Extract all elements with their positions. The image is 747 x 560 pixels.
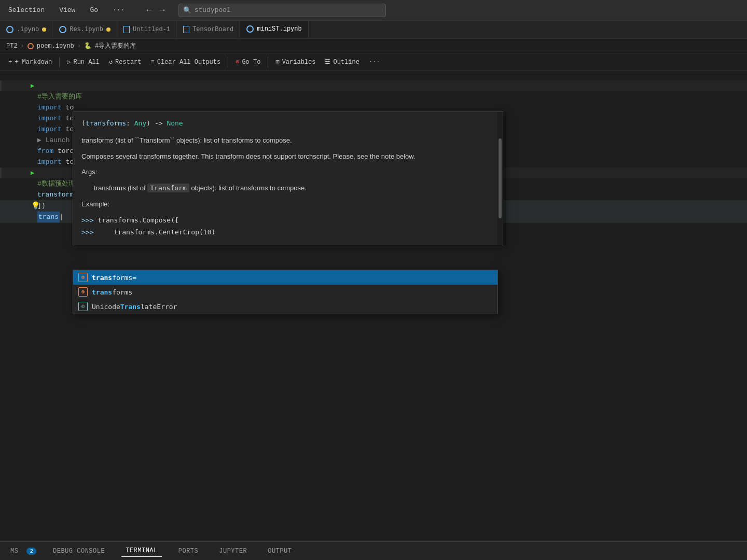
- menu-selection[interactable]: Selection: [5, 4, 48, 16]
- search-icon: 🔍: [183, 6, 191, 15]
- autocomplete-item-transforms[interactable]: ⊕ transforms: [73, 285, 497, 299]
- lightbulb-icon[interactable]: 💡: [31, 201, 40, 210]
- restart-button[interactable]: ↺ Restart: [105, 56, 146, 68]
- panel-tab-ports[interactable]: PORTS: [174, 545, 203, 557]
- clear-icon: ≡: [151, 59, 155, 66]
- breadcrumb-notebook-icon: [27, 43, 34, 49]
- doc-code-line1: >>> transforms.Compose([: [81, 215, 494, 226]
- doc-param-type: Any: [134, 119, 146, 127]
- doc-example-label: Example:: [81, 199, 494, 210]
- panel-tab-debug[interactable]: DEBUG CONSOLE: [49, 545, 109, 557]
- breadcrumb-cell[interactable]: #导入需要的库: [95, 41, 136, 50]
- tab-icon-notebook2: [59, 26, 66, 33]
- tab-ipynb[interactable]: .ipynb: [0, 21, 53, 38]
- tab-icon-page1: [123, 26, 130, 33]
- cell2-run-button[interactable]: ▶: [31, 169, 34, 177]
- doc-signature: (transforms: Any) -> None: [81, 118, 494, 129]
- tab-untitled[interactable]: Untitled-1: [117, 21, 177, 38]
- tab-icon-notebook1: [6, 26, 13, 33]
- bottom-panel: MS 2 DEBUG CONSOLE TERMINAL PORTS JUPYTE…: [0, 541, 747, 560]
- restart-label: Restart: [115, 59, 141, 66]
- search-bar[interactable]: 🔍 studypool: [178, 4, 386, 17]
- tab-minist[interactable]: miniST.ipynb: [240, 21, 308, 38]
- markdown-button[interactable]: + + Markdown: [4, 57, 56, 68]
- run-all-button[interactable]: ▷ Run All: [63, 56, 104, 68]
- ac-rest-2: forms: [112, 288, 132, 296]
- panel-tab-terminal[interactable]: TERMINAL: [121, 545, 162, 557]
- doc-param-name: transforms: [86, 119, 126, 127]
- breadcrumb-poem[interactable]: poem.ipynb: [37, 43, 74, 50]
- breadcrumb-python-icon: 🐍: [84, 42, 92, 50]
- ac-rest-1: forms=: [112, 274, 136, 282]
- goto-label: Go To: [242, 59, 260, 66]
- tab-icon-page2: [183, 26, 189, 33]
- menu-more[interactable]: ···: [109, 4, 128, 16]
- doc-return-type: None: [167, 119, 183, 127]
- clear-outputs-button[interactable]: ≡ Clear All Outputs: [147, 57, 225, 68]
- toolbar-separator3: [268, 57, 268, 67]
- panel-badge-ms: 2: [26, 548, 36, 555]
- ac-prefix-3: Unicode: [92, 303, 120, 311]
- panel-ms-tab[interactable]: MS 2: [6, 545, 36, 557]
- search-text: studypool: [195, 6, 231, 14]
- tab-res[interactable]: Res.ipynb: [53, 21, 117, 38]
- doc-body: transforms (list of ``Transform`` object…: [81, 135, 494, 238]
- nav-arrows: ← →: [143, 5, 168, 16]
- autocomplete-item-unicode-translate[interactable]: ⊙ UnicodeTranslateError: [73, 299, 497, 314]
- breadcrumb-pt2[interactable]: PT2: [6, 43, 18, 50]
- clear-label: Clear All Outputs: [157, 59, 220, 66]
- goto-x-icon: ⊗: [236, 58, 239, 66]
- code-line-comment1: #导入需要的库: [0, 91, 747, 102]
- markdown-label: + Markdown: [15, 59, 52, 66]
- tab-icon-notebook3: [246, 25, 254, 33]
- tab-label-untitled: Untitled-1: [133, 26, 170, 33]
- title-bar: Selection View Go ··· ← → 🔍 studypool: [0, 0, 747, 21]
- doc-scrollbar-thumb: [499, 138, 502, 218]
- restart-icon: ↺: [109, 58, 113, 66]
- panel-tab-output[interactable]: OUTPUT: [264, 545, 296, 557]
- ac-icon-method2: ⊕: [78, 287, 88, 297]
- ac-match-2: trans: [92, 288, 112, 296]
- tab-dot-unsaved2: [106, 27, 110, 32]
- nav-back-button[interactable]: ←: [143, 5, 155, 16]
- nav-forward-button[interactable]: →: [157, 5, 168, 16]
- variables-button[interactable]: ⊞ Variables: [271, 56, 320, 68]
- menu-view[interactable]: View: [56, 4, 78, 16]
- run-all-icon: ▷: [67, 58, 71, 66]
- doc-colon: :: [126, 119, 134, 127]
- tab-dot-unsaved1: [42, 27, 46, 32]
- markdown-icon: +: [8, 59, 12, 66]
- tab-label-ipynb: .ipynb: [17, 26, 39, 33]
- ac-match-3: Trans: [120, 303, 141, 311]
- tab-tensorboard[interactable]: TensorBoard: [177, 21, 240, 38]
- toolbar-separator1: [59, 57, 60, 67]
- variables-icon: ⊞: [275, 58, 279, 66]
- doc-args-label: Args:: [81, 168, 97, 176]
- run-all-label: Run All: [73, 59, 99, 66]
- ac-label-3: UnicodeTranslateError: [92, 303, 177, 311]
- doc-code-line2: >>> transforms.CenterCrop(10): [81, 227, 494, 238]
- ac-icon-class1: ⊙: [78, 302, 88, 311]
- more-icon: ···: [369, 59, 380, 66]
- outline-button[interactable]: ☰ Outline: [321, 56, 363, 68]
- ac-match-1: trans: [92, 274, 112, 282]
- doc-popup: (transforms: Any) -> None transforms (li…: [73, 111, 503, 245]
- doc-args-code: Transform: [147, 184, 189, 192]
- panel-tab-jupyter[interactable]: JUPYTER: [215, 545, 251, 557]
- breadcrumb: PT2 › poem.ipynb › 🐍 #导入需要的库: [0, 39, 747, 53]
- doc-desc1: transforms (list of ``Transform`` object…: [81, 135, 494, 146]
- menu-go[interactable]: Go: [87, 4, 101, 16]
- doc-scrollbar[interactable]: [497, 112, 503, 245]
- goto-button[interactable]: ⊗ Go To: [231, 56, 265, 68]
- cell-header-1: ▶: [0, 80, 747, 91]
- autocomplete-item-transforms-eq[interactable]: ⊕ transforms=: [73, 270, 497, 285]
- doc-args-param: transforms (list of: [94, 184, 146, 192]
- more-button[interactable]: ···: [365, 57, 384, 68]
- tab-label-minist: miniST.ipynb: [257, 25, 301, 33]
- doc-args-suffix: objects): list of transforms to compose.: [191, 184, 307, 192]
- breadcrumb-sep1: ›: [21, 43, 24, 50]
- panel-tab-ms[interactable]: MS: [6, 545, 22, 557]
- breadcrumb-sep2: ›: [77, 43, 81, 50]
- ac-label-2: transforms: [92, 288, 132, 296]
- cell-run-button[interactable]: ▶: [31, 82, 34, 90]
